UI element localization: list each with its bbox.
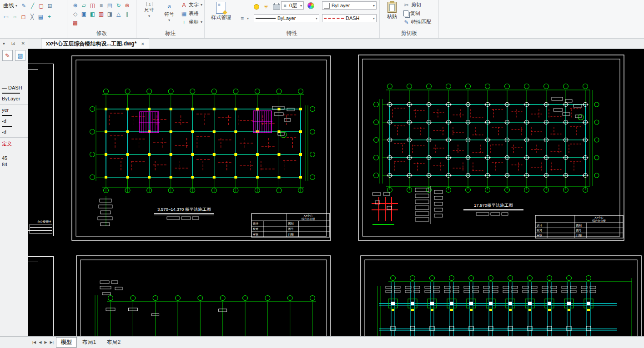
modify-tool-icon[interactable]: ▣: [80, 10, 88, 18]
style-manager-label: 样式管理: [211, 14, 231, 21]
modify-tool-icon[interactable]: ◫: [88, 1, 97, 10]
sheet2-floor-plan-drawing[interactable]: 17.970板平法施工图XX中心综合办公楼设计校对审核图别图号日期: [357, 54, 625, 242]
palette-item[interactable]: 45: [0, 155, 28, 161]
spacer: [0, 148, 28, 155]
draw-tool-icon[interactable]: ▭: [2, 12, 10, 21]
curve-dropdown[interactable]: 曲线 ▾: [2, 1, 19, 10]
modify-tool-icon[interactable]: ▥: [97, 10, 106, 18]
modify-tool-icon[interactable]: ⊕: [71, 1, 80, 10]
modify-tool-icon[interactable]: △: [114, 10, 123, 18]
modify-tool-icon[interactable]: ≡: [97, 1, 106, 10]
modify-tool-icon[interactable]: ▱: [80, 1, 88, 10]
palette-item[interactable]: -d: [0, 118, 28, 124]
symbol-button[interactable]: ⌀ 符号 ▾: [160, 2, 178, 22]
sheet4-elevation-drawing[interactable]: [359, 254, 643, 336]
clipboard-group-label: 剪切板: [380, 30, 438, 37]
coordinate-button[interactable]: + 坐标 ▾: [181, 18, 202, 26]
style-manager-icon: [216, 2, 226, 14]
layout-nav-icon[interactable]: ▶|: [49, 340, 55, 344]
draw-tool-icon[interactable]: +: [45, 12, 54, 21]
draw-tool-icon[interactable]: ▤: [36, 12, 45, 21]
draw-tool-icon[interactable]: ╳: [28, 12, 36, 21]
modify-tool-icon[interactable]: ▤: [106, 1, 114, 10]
draw-tool-icon[interactable]: ⊞: [45, 1, 54, 10]
palette-collapse-icon[interactable]: ▾: [3, 41, 5, 46]
document-tab[interactable]: xx中心五层综合楼结构设...工图.dwg* ×: [41, 39, 149, 49]
color-wheel-icon[interactable]: [307, 2, 314, 9]
palette-item[interactable]: 定义: [0, 140, 28, 148]
draw-tool-icon[interactable]: ▢: [37, 1, 45, 10]
layout-tab[interactable]: 布局1: [77, 337, 101, 348]
paste-label: 粘贴: [387, 13, 397, 20]
match-properties-label: 特性匹配: [411, 19, 431, 25]
palette-close-icon[interactable]: ✕: [21, 41, 25, 46]
sheet1-floor-plan-drawing[interactable]: 3.570~14.370 板平法施工图XX中心综合办公楼设计校对审核图别图号日期: [70, 55, 332, 242]
chevron-down-icon: ▾: [316, 16, 317, 20]
palette-edit-linetype-button[interactable]: ✎: [2, 50, 13, 61]
modify-tool-icon[interactable]: ◇: [71, 10, 80, 18]
layout-nav-icon[interactable]: ▶: [43, 340, 48, 344]
color-select[interactable]: ByLayer ▾: [322, 1, 377, 10]
chevron-down-icon: ▾: [373, 16, 375, 20]
palette-pin-icon[interactable]: ⊡: [11, 41, 15, 46]
layout-tab[interactable]: 模型: [56, 337, 77, 348]
palette-item[interactable]: 84: [0, 161, 28, 168]
lightbulb-icon[interactable]: [254, 4, 259, 10]
draw-tool-icon[interactable]: ○: [10, 12, 19, 21]
chevron-down-icon: ▾: [201, 20, 202, 24]
svg-text:设计: 设计: [253, 222, 258, 225]
palette-item[interactable]: — DASH: [0, 85, 28, 91]
model-canvas[interactable]: 办公楼设计 3.570~14.370 板平法施工图XX中心综合办公楼设计校对审核…: [28, 49, 644, 336]
layer-select[interactable]: ≡ 0层 ▾: [281, 1, 304, 10]
palette-select-linetype-button[interactable]: ▨: [15, 50, 25, 61]
modify-tool-icon[interactable]: ∥: [123, 10, 131, 18]
match-properties-button[interactable]: ✎ 特性匹配: [403, 18, 431, 26]
modify-group-label: 修改: [67, 30, 136, 37]
palette-item[interactable]: ByLayer: [0, 95, 28, 102]
layout-tab[interactable]: 布局2: [101, 337, 126, 348]
modify-tool-icon[interactable]: ⊗: [123, 1, 131, 10]
table-icon: ▦: [181, 9, 187, 18]
linetype-preview: [2, 93, 20, 94]
lineweight-select[interactable]: ByLayer ▾: [254, 14, 319, 22]
dimension-button[interactable]: .1 尺寸 ▾: [140, 2, 158, 18]
table-button[interactable]: ▦ 表格: [181, 10, 199, 17]
chevron-down-icon: ▾: [148, 14, 150, 18]
linetype-select[interactable]: DASH ▾: [322, 14, 377, 22]
svg-text:日期: 日期: [288, 233, 293, 236]
modify-tool-icon[interactable]: ◧: [88, 10, 97, 18]
printer-icon[interactable]: [273, 4, 280, 10]
coordinate-label: 坐标: [189, 19, 199, 25]
annotate-group-label: 标注: [136, 30, 204, 37]
sun-icon[interactable]: ☀: [263, 2, 269, 11]
svg-text:XX中心: XX中心: [594, 216, 604, 219]
palette-item[interactable]: -d: [0, 129, 28, 135]
symbol-label: 符号: [164, 11, 174, 18]
sheet3-partial-drawing[interactable]: [75, 254, 332, 336]
cut-button[interactable]: ✂ 剪切: [403, 1, 421, 9]
draw-tool-icon[interactable]: ◻: [19, 12, 28, 21]
paste-button[interactable]: 粘贴: [383, 2, 401, 20]
style-manager-button[interactable]: 样式管理: [207, 2, 235, 21]
layout-nav-icon[interactable]: ◀: [37, 340, 43, 344]
copy-button[interactable]: 复制: [403, 10, 420, 17]
ribbon-group-annotate: .1 尺寸 ▾ ⌀ 符号 ▾ A 文字 ▾ ▦ 表格 + 坐标 ▾ 标注: [136, 0, 205, 38]
ribbon-group-properties: 样式管理 ≡ ▾ ☀ ≡ 0层 ▾ ByLayer ▾ ByLayer ▾: [205, 0, 380, 38]
modify-tool-icon[interactable]: ↻: [114, 1, 123, 10]
svg-text:设计: 设计: [537, 224, 542, 227]
list-menu-button[interactable]: ≡ ▾: [239, 15, 249, 22]
draw-tool-icon[interactable]: ╱: [28, 1, 37, 10]
text-button[interactable]: A 文字 ▾: [181, 1, 202, 9]
chevron-down-icon: ▾: [300, 4, 302, 8]
curve-label: 曲线: [3, 2, 14, 10]
tab-close-icon[interactable]: ×: [141, 41, 144, 47]
cut-label: 剪切: [411, 1, 421, 8]
brush-icon: ✎: [403, 18, 409, 26]
layout-nav-icon[interactable]: |◀: [31, 340, 37, 344]
draw-tool-icon[interactable]: ✎: [20, 1, 28, 10]
modify-tool-icon[interactable]: ▩: [71, 18, 80, 27]
table-label: 表格: [189, 10, 199, 17]
svg-text:XX中心: XX中心: [304, 214, 313, 217]
modify-tool-icon[interactable]: ◨: [106, 10, 114, 18]
palette-item[interactable]: yer: [0, 107, 28, 113]
